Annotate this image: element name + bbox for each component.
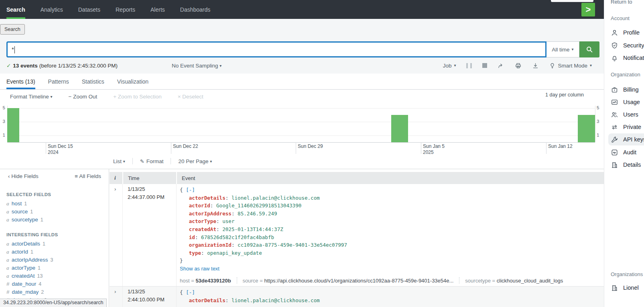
- tab-events[interactable]: Events (13): [6, 74, 35, 89]
- col-header-info: i: [110, 172, 122, 184]
- collapse-json-link[interactable]: [-]: [186, 187, 195, 193]
- search-results-content: Events (13)PatternsStatisticsVisualizati…: [0, 74, 604, 307]
- building-icon: [611, 284, 618, 292]
- gridline-1: [7, 135, 595, 136]
- field-item-sourcetype[interactable]: asourcetype1: [6, 217, 43, 225]
- meta-source[interactable]: source = https://api.clickhouse.cloud/v1…: [243, 278, 454, 284]
- field-type-icon: a: [6, 257, 9, 263]
- field-item-source[interactable]: asource1: [6, 209, 33, 217]
- timeline-bar-2025-01-03[interactable]: [391, 115, 408, 142]
- field-type-icon: a: [6, 241, 9, 247]
- results-tabs: Events (13)PatternsStatisticsVisualizati…: [6, 74, 148, 89]
- y-axis-label: 3: [597, 119, 599, 124]
- per-page-menu[interactable]: 20 Per Page ▾: [177, 158, 213, 164]
- field-item-date_mday[interactable]: #date_mday2: [6, 289, 44, 297]
- nav-item-reports[interactable]: Reports: [116, 0, 135, 19]
- nav-item-search[interactable]: Search: [6, 0, 25, 19]
- panel-item-lionel[interactable]: Lionel: [608, 282, 644, 294]
- meta-host[interactable]: host = 53de4339120b: [180, 278, 231, 284]
- pause-icon[interactable]: [466, 63, 472, 68]
- wrench-icon: [611, 136, 618, 143]
- expand-row-chevron[interactable]: ›: [114, 289, 116, 295]
- nav-item-datasets[interactable]: Datasets: [78, 0, 100, 19]
- timeline-bar-2024-12-12[interactable]: [7, 108, 19, 142]
- splunk-search-screen: SearchAnalyticsDatasetsReportsAlertsDash…: [0, 0, 644, 307]
- usage-icon: [611, 98, 618, 106]
- print-icon[interactable]: [515, 62, 522, 69]
- job-controls: Job▾ Smart Mode▾: [443, 62, 592, 69]
- event-row: ›1/13/252:44:10.000 PM{ [-] actorDetails…: [110, 286, 604, 307]
- field-item-actorId[interactable]: aactorId1: [6, 249, 33, 257]
- format-menu[interactable]: ✎Format: [138, 158, 165, 164]
- job-done-check-icon: ✓: [6, 62, 11, 69]
- job-status-bar: ✓ 13 events (before 1/13/25 2:45:32.000 …: [6, 60, 592, 71]
- events-timeline: Format Timeline ▾ − Zoom Out + Zoom to S…: [0, 90, 604, 154]
- x-axis-label: Sun Jan 12: [548, 143, 573, 149]
- show-raw-text-link[interactable]: Show as raw text: [180, 266, 219, 272]
- interesting-fields-title: INTERESTING FIELDS: [6, 232, 58, 237]
- meta-sourcetype[interactable]: sourcetype = clickhouse_cloud_audit_logs: [465, 278, 563, 284]
- timeline-bar-2025-01-13[interactable]: [578, 115, 595, 142]
- panel-item-notifications[interactable]: Notifications: [608, 52, 644, 64]
- x-tick: [46, 142, 46, 154]
- panel-item-billing[interactable]: Billing: [608, 84, 644, 96]
- field-item-createdAt[interactable]: acreatedAt13: [6, 273, 43, 281]
- field-type-icon: a: [6, 201, 9, 207]
- time-range-picker[interactable]: All time▾: [546, 41, 579, 57]
- collapse-json-link[interactable]: [-]: [186, 289, 195, 295]
- gridline-3: [7, 122, 595, 122]
- all-fields-button[interactable]: ≡ All Fields: [75, 173, 101, 179]
- search-bar: * All time▾: [6, 41, 599, 57]
- panel-item-usage[interactable]: Usage: [608, 96, 644, 108]
- panel-item-details[interactable]: Details: [608, 159, 644, 171]
- return-to-link[interactable]: Return to: [611, 0, 632, 5]
- expand-row-chevron[interactable]: ›: [114, 186, 116, 192]
- x-axis-label: Sun Jan 52025: [423, 143, 445, 156]
- panel-item-audit[interactable]: Audit: [608, 146, 644, 158]
- list-view-menu[interactable]: List ▾: [112, 158, 127, 164]
- splunk-logo-button[interactable]: >: [581, 3, 595, 16]
- export-download-icon[interactable]: [532, 62, 539, 69]
- stop-icon[interactable]: [482, 63, 487, 68]
- event-json: { [-] actorDetails: lionel.palacin@click…: [180, 186, 347, 273]
- event-date: 1/13/25: [128, 186, 145, 192]
- tab-statistics[interactable]: Statistics: [82, 74, 104, 89]
- billing-icon: [611, 86, 618, 94]
- top-nav: SearchAnalyticsDatasetsReportsAlertsDash…: [0, 0, 604, 19]
- nav-item-analytics[interactable]: Analytics: [41, 0, 63, 19]
- panel-item-profile[interactable]: Profile: [608, 27, 644, 39]
- x-axis-label: Sun Dec 22: [173, 143, 198, 149]
- hide-fields-button[interactable]: ‹ Hide Fields: [8, 173, 39, 179]
- y-axis-label: 1: [0, 133, 5, 137]
- field-item-date_hour[interactable]: #date_hour4: [6, 281, 41, 289]
- panel-item-api-keys[interactable]: API keys: [608, 133, 644, 145]
- field-item-actorType[interactable]: aactorType1: [6, 265, 41, 273]
- browser-status-url: 34.29.223.20:8000/en-US/app/search/searc…: [0, 299, 107, 307]
- timeline-scale-note: 1 day per column: [545, 92, 584, 98]
- lightbulb-icon: [549, 63, 555, 69]
- event-sampling-menu[interactable]: No Event Sampling ▾: [172, 63, 221, 69]
- nav-item-alerts[interactable]: Alerts: [150, 0, 165, 19]
- panel-item-private[interactable]: Private: [608, 121, 644, 133]
- field-item-actorIpAddress[interactable]: aactorIpAddress3: [6, 257, 53, 265]
- nav-item-dashboards[interactable]: Dashboards: [180, 0, 211, 19]
- job-menu[interactable]: Job▾: [443, 63, 456, 69]
- results-area: ‹ Hide Fields ≡ All Fields SELECTED FIEL…: [0, 169, 604, 307]
- format-timeline-menu[interactable]: Format Timeline ▾: [10, 94, 53, 100]
- magnifier-icon: [585, 45, 593, 53]
- search-button[interactable]: [579, 41, 599, 57]
- gridline-5: [7, 108, 595, 108]
- smart-mode-menu[interactable]: Smart Mode▾: [549, 63, 592, 69]
- share-icon[interactable]: [498, 62, 504, 69]
- panel-item-users[interactable]: Users: [608, 108, 644, 121]
- timeline-chart[interactable]: 113355Sun Dec 152024Sun Dec 22Sun Dec 29…: [0, 106, 604, 154]
- search-input[interactable]: *: [6, 41, 546, 57]
- panel-item-security[interactable]: Security: [608, 39, 644, 51]
- field-item-actorDetails[interactable]: aactorDetails1: [6, 241, 45, 249]
- tab-visualization[interactable]: Visualization: [117, 74, 148, 89]
- users-icon: [611, 111, 618, 119]
- event-time: 2:44:37.000 PM: [128, 194, 165, 200]
- field-item-host[interactable]: ahost1: [6, 201, 27, 209]
- tab-patterns[interactable]: Patterns: [48, 74, 69, 89]
- zoom-out-button[interactable]: − Zoom Out: [69, 94, 98, 100]
